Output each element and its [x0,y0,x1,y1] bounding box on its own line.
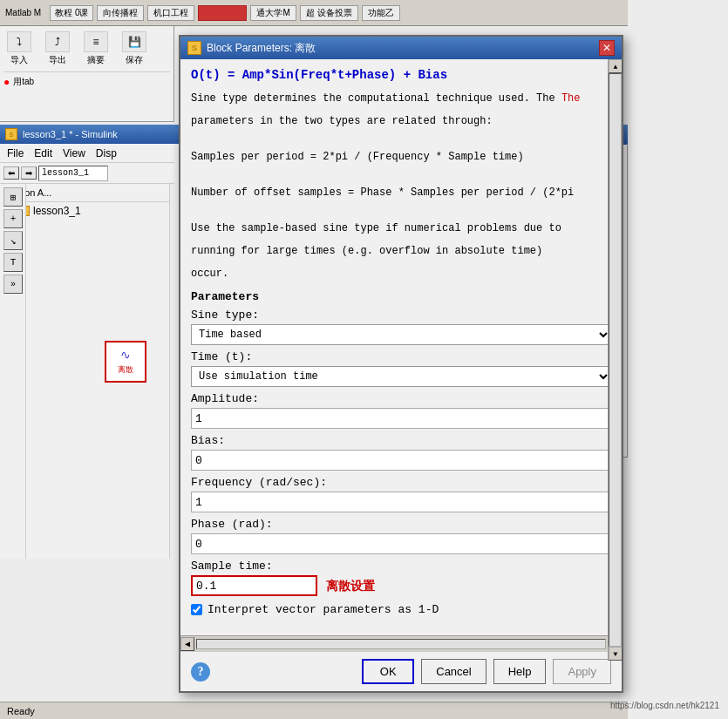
top-btn-3[interactable]: 机口工程 [147,5,194,21]
simulink-title-left: S lesson3_1 * - Simulink [5,128,118,140]
desc1-text: Sine type determines the computational t… [191,92,555,105]
vector-checkbox[interactable] [191,604,202,615]
breadcrumb-text: lesson3_1 [42,168,89,178]
cancel-button[interactable]: Cancel [421,659,486,684]
sine-type-dropdown-wrapper: Time based [191,324,611,345]
simulink-toolbar: ⬅ ➡ lesson3_1 [0,163,174,184]
toolbar-save[interactable]: 💾 保存 [119,30,150,68]
status-text: Ready [7,706,35,716]
desc1-highlight: The [561,92,581,105]
dialog-title-left: S Block Parameters: 离散 [187,41,316,56]
dialog-vertical-scrollbar[interactable]: ▲ ▼ [608,59,622,661]
toolbar-zoom-in[interactable]: + [3,209,23,228]
dialog-footer: ? OK Cancel Help Apply [180,651,622,691]
scroll-down-btn[interactable]: ▼ [609,647,623,661]
status-bar: Ready [0,702,628,719]
matlab-topbar: Matlab M 教程 0课 向传播程 机口工程 通大学M 超 设备投票 功能乙 [0,0,628,26]
apply-button[interactable]: Apply [553,659,611,684]
top-btn-5[interactable]: 通大学M [250,5,296,21]
save-label: 保存 [126,54,143,66]
toolbar-divider [3,71,170,72]
scroll-left-btn[interactable]: ◀ [180,637,194,651]
help-button[interactable]: Help [493,659,547,684]
summary-icon: ≡ [84,31,108,52]
sim-toolbar-btn2[interactable]: ➡ [21,166,37,180]
ok-button[interactable]: OK [362,659,414,684]
footer-buttons: OK Cancel Help Apply [362,659,611,684]
toolbar-select[interactable]: ↘ [3,231,23,250]
discrete-settings-label: 离散设置 [326,575,375,594]
top-btn-2[interactable]: 向传播程 [97,5,144,21]
phase-input[interactable] [191,533,611,554]
dialog-title-text: Block Parameters: 离散 [207,41,316,56]
checkbox-label: Interpret vector parameters as 1-D [208,603,439,616]
bias-label: Bias: [191,434,611,447]
toolbar-summary[interactable]: ≡ 摘要 [80,30,112,68]
menu-disp[interactable]: Disp [96,147,117,159]
block-params-dialog: S Block Parameters: 离散 ✕ O(t) = Amp*Sin(… [179,35,623,693]
equation-1-text: Samples per period = 2*pi / (Frequency *… [191,149,611,165]
top-btn-4[interactable] [198,5,247,21]
time-select[interactable]: Use simulation time [191,366,611,387]
simulink-title-text: lesson3_1 * - Simulink [23,129,118,139]
export-label: 导出 [49,54,66,66]
desc-text-2: parameters in the two types are related … [191,113,611,129]
scroll-track [196,639,606,649]
sine-wave-symbol: ∿ [120,348,131,363]
watermark-text: https://blog.csdn.net/hk2121 [610,701,719,710]
sine-block[interactable]: ∿ 离散 [105,341,146,383]
formula-display: O(t) = Amp*Sin(Freq*t+Phase) + Bias [191,68,611,82]
equation-3-text: Number of offset samples = Phase * Sampl… [191,185,611,200]
dialog-content[interactable]: O(t) = Amp*Sin(Freq*t+Phase) + Bias Sine… [180,59,622,635]
toolbar-export[interactable]: ⤴ 导出 [42,30,73,68]
simulink-icon: S [5,128,17,140]
checkbox-row: Interpret vector parameters as 1-D [191,603,611,616]
desc-text-1: Sine type determines the computational t… [191,91,611,106]
amplitude-label: Amplitude: [191,392,611,405]
sample-time-input-wrapper [191,575,317,596]
time-label: Time (t): [191,350,611,363]
simulink-menubar: File Edit View Disp [0,144,174,163]
top-label-matlab: Matlab M [5,8,41,17]
sine-block-label: 离散 [118,364,133,376]
frequency-input[interactable] [191,492,611,512]
dialog-icon: S [187,41,201,55]
bias-input[interactable] [191,450,611,471]
desc-text-3: Use the sample-based sine type if numeri… [191,220,611,236]
sine-type-select[interactable]: Time based [191,324,611,345]
top-btn-7[interactable]: 功能乙 [362,5,400,21]
top-btn-1[interactable]: 教程 0课 [50,5,93,21]
frequency-label: Frequency (rad/sec): [191,476,611,489]
export-icon: ⤴ [45,31,70,52]
horizontal-scrollbar[interactable]: ◀ ▶ [180,635,622,651]
toolbar-hint: 用tab [13,76,34,88]
amplitude-input[interactable] [191,408,611,429]
matlab-toolbar: ⤵ 导入 ⤴ 导出 ≡ 摘要 💾 保存 ● 用tab [0,26,174,122]
sample-time-label: Sample time: [191,560,611,573]
sine-type-label: Sine type: [191,309,611,322]
help-circle-icon[interactable]: ? [191,662,210,682]
toolbar-row-1: ⤵ 导入 ⤴ 导出 ≡ 摘要 💾 保存 [3,30,170,68]
phase-label: Phase (rad): [191,518,611,531]
time-dropdown-wrapper: Use simulation time [191,366,611,387]
sample-time-input[interactable] [191,575,317,596]
toolbar-more[interactable]: » [3,275,23,294]
desc-text-5: occur. [191,266,611,281]
toolbar-import[interactable]: ⤵ 导入 [3,30,35,68]
toolbar-zoom-fit[interactable]: ⊞ [3,187,23,207]
record-indicator: ● [3,76,10,88]
help-icon-wrapper: ? [191,662,210,682]
menu-file[interactable]: File [7,147,24,159]
sim-toolbar-btn1[interactable]: ⬅ [3,166,19,180]
breadcrumb-input[interactable]: lesson3_1 [38,166,108,181]
sample-time-row: 离散设置 [191,575,611,596]
save-icon: 💾 [122,31,146,52]
menu-edit[interactable]: Edit [34,147,52,159]
dialog-close-btn[interactable]: ✕ [599,40,615,56]
menu-view[interactable]: View [63,147,85,159]
top-btn-6[interactable]: 超 设备投票 [300,5,358,21]
toolbar-text-tool[interactable]: T [3,253,23,272]
watermark: https://blog.csdn.net/hk2121 [610,701,719,710]
tree-item-label: lesson3_1 [33,205,81,217]
scroll-up-btn[interactable]: ▲ [609,59,623,73]
